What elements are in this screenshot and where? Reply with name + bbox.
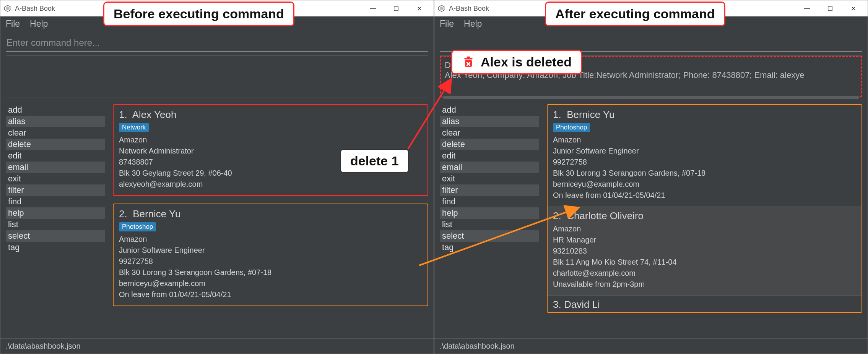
maximize-button[interactable]: ☐	[385, 0, 408, 16]
svg-marker-8	[440, 6, 444, 10]
card-list: 1. Alex Yeoh Network Amazon Network Admi…	[113, 104, 428, 338]
sidebar-item-filter[interactable]: filter	[6, 184, 105, 196]
sidebar-item-exit[interactable]: exit	[6, 173, 105, 184]
app-icon	[437, 4, 446, 13]
sidebar-item-select[interactable]: select	[6, 230, 105, 242]
svg-rect-1	[465, 58, 473, 60]
sidebar-item-clear[interactable]: clear	[440, 127, 539, 139]
sidebar: add alias clear delete edit email exit f…	[6, 104, 105, 338]
minimize-button[interactable]: —	[362, 0, 385, 16]
card-job: HR Manager	[553, 234, 856, 246]
window-controls: — ☐ ✕	[796, 0, 865, 16]
card-company: Amazon	[119, 134, 422, 145]
card-name: Bernice Yu	[567, 109, 614, 120]
minimize-button[interactable]: —	[796, 0, 819, 16]
sidebar-item-help[interactable]: help	[6, 207, 105, 219]
statusbar: .\data\abashbook.json	[0, 338, 434, 354]
card-index: 1.	[119, 109, 127, 120]
card-phone: 93210283	[553, 246, 856, 257]
scrollbar-horizontal[interactable]	[443, 96, 859, 99]
maximize-button[interactable]: ☐	[819, 0, 842, 16]
sidebar-item-list[interactable]: list	[440, 219, 539, 230]
sidebar-item-alias[interactable]: alias	[440, 116, 539, 127]
card-phone: 99272758	[119, 256, 422, 267]
app-icon	[3, 4, 12, 13]
sidebar-item-email[interactable]: email	[440, 162, 539, 173]
svg-rect-2	[467, 57, 470, 58]
sidebar-item-find[interactable]: find	[440, 196, 539, 207]
annotation-deleted-label: Alex is deleted	[481, 55, 572, 70]
card-tag: Photoshop	[119, 222, 156, 231]
menu-help[interactable]: Help	[464, 19, 482, 29]
card-address: Blk 30 Lorong 3 Serangoon Gardens, #07-1…	[119, 267, 422, 278]
output-box	[6, 55, 428, 97]
card-company: Amazon	[119, 234, 422, 245]
person-card[interactable]: 1. Bernice Yu Photoshop Amazon Junior So…	[553, 109, 856, 201]
annotation-deleted: Alex is deleted	[451, 50, 582, 74]
statusbar: .\data\abashbook.json	[434, 338, 868, 354]
card-note: On leave from 01/04/21-05/04/21	[553, 190, 856, 201]
sidebar-item-add[interactable]: add	[440, 104, 539, 116]
sidebar-item-exit[interactable]: exit	[440, 173, 539, 184]
card-email: alexyeoh@example.com	[119, 179, 422, 190]
card-index: 2.	[553, 210, 561, 221]
sidebar-item-alias[interactable]: alias	[6, 116, 105, 127]
command-input[interactable]	[440, 34, 862, 52]
sidebar-item-add[interactable]: add	[6, 104, 105, 116]
menu-file[interactable]: File	[440, 19, 454, 29]
menu-help[interactable]: Help	[30, 19, 48, 29]
sidebar-item-clear[interactable]: clear	[6, 127, 105, 139]
annotation-before-label: Before executing command	[114, 6, 284, 21]
sidebar-item-help[interactable]: help	[440, 207, 539, 219]
sidebar: add alias clear delete edit email exit f…	[440, 104, 539, 338]
card-email: berniceyu@example.com	[553, 179, 856, 190]
card-list: 1. Bernice Yu Photoshop Amazon Junior So…	[547, 104, 862, 338]
trash-icon	[462, 55, 475, 69]
card-tag: Photoshop	[553, 123, 590, 132]
close-button[interactable]: ✕	[842, 0, 865, 16]
annotation-after-label: After executing command	[555, 6, 715, 21]
person-card[interactable]: 2. Charlotte Oliveiro Amazon HR Manager …	[548, 206, 861, 295]
card-email: berniceyu@example.com	[119, 278, 422, 289]
card-address: Blk 11 Ang Mo Kio Street 74, #11-04	[553, 257, 856, 268]
card-job: Junior Software Engineer	[119, 245, 422, 256]
annotation-before: Before executing command	[103, 2, 294, 26]
card-address: Blk 30 Lorong 3 Serangoon Gardens, #07-1…	[553, 168, 856, 179]
sidebar-item-tag[interactable]: tag	[440, 242, 539, 253]
sidebar-item-select[interactable]: select	[440, 230, 539, 242]
card-phone: 99272758	[553, 157, 856, 168]
sidebar-item-filter[interactable]: filter	[440, 184, 539, 196]
card-company: Amazon	[553, 134, 856, 145]
card-company: Amazon	[553, 223, 856, 234]
svg-marker-6	[6, 6, 10, 10]
sidebar-item-email[interactable]: email	[6, 162, 105, 173]
close-button[interactable]: ✕	[408, 0, 431, 16]
annotation-command: delete 1	[340, 149, 409, 173]
person-card[interactable]: 3. David Li	[548, 295, 861, 312]
annotation-command-label: delete 1	[350, 154, 399, 168]
window-before: A-Bash Book — ☐ ✕ File Help add alias cl…	[0, 0, 434, 354]
card-name: Bernice Yu	[133, 208, 180, 220]
card-job: Junior Software Engineer	[553, 145, 856, 157]
card-index: 2.	[119, 208, 127, 220]
card-name: Charlotte Oliveiro	[567, 210, 644, 221]
sidebar-item-tag[interactable]: tag	[6, 242, 105, 253]
card-tag: Network	[119, 123, 149, 132]
annotation-after: After executing command	[545, 2, 725, 26]
sidebar-item-find[interactable]: find	[6, 196, 105, 207]
card-note: Unavailable from 2pm-3pm	[553, 279, 856, 290]
sidebar-item-edit[interactable]: edit	[6, 150, 105, 162]
card-index: 1.	[553, 109, 561, 120]
card-name: Alex Yeoh	[132, 109, 177, 120]
person-card-group: 1. Bernice Yu Photoshop Amazon Junior So…	[547, 104, 862, 313]
sidebar-item-edit[interactable]: edit	[440, 150, 539, 162]
person-card[interactable]: 2. Bernice Yu Photoshop Amazon Junior So…	[113, 204, 428, 306]
sidebar-item-list[interactable]: list	[6, 219, 105, 230]
menu-file[interactable]: File	[6, 19, 20, 29]
sidebar-item-delete[interactable]: delete	[440, 139, 539, 150]
card-email: charlotte@example.com	[553, 268, 856, 279]
sidebar-item-delete[interactable]: delete	[6, 139, 105, 150]
command-input[interactable]	[6, 34, 428, 52]
card-note: On leave from 01/04/21-05/04/21	[119, 289, 422, 300]
window-controls: — ☐ ✕	[362, 0, 431, 16]
